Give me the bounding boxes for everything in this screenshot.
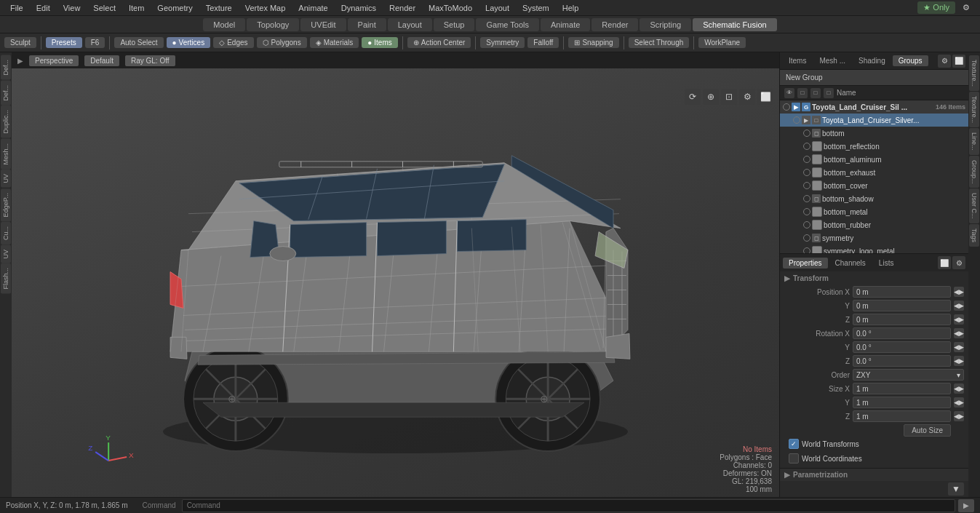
position-x-arrow[interactable]: ◀▶ bbox=[954, 287, 964, 297]
rtab-shading[interactable]: Shading bbox=[853, 55, 891, 66]
tree-item-bottom-exhaust[interactable]: bottom_exhaust bbox=[780, 166, 968, 179]
tree-item-bottom-reflection[interactable]: bottom_reflection bbox=[780, 140, 968, 153]
tab-model[interactable]: Model bbox=[203, 18, 245, 31]
menu-vertex-map[interactable]: Vertex Map bbox=[239, 2, 292, 14]
new-group-button[interactable]: New Group bbox=[780, 70, 968, 86]
vtab-flash[interactable]: Flash... bbox=[1, 263, 11, 294]
f6-btn[interactable]: F6 bbox=[85, 37, 105, 48]
size-x-value[interactable]: 1 m bbox=[853, 383, 951, 394]
viewport-canvas[interactable]: ⊕ ⊕ bbox=[12, 68, 779, 497]
position-z-arrow[interactable]: ◀▶ bbox=[954, 314, 964, 325]
materials-btn[interactable]: ◈ Materials bbox=[310, 37, 359, 48]
rvtab-texture2[interactable]: Texture... bbox=[969, 92, 979, 127]
tab-schematic[interactable]: Schematic Fusion bbox=[693, 18, 776, 31]
vtab-cu[interactable]: Cu... bbox=[1, 222, 11, 244]
rtab-groups[interactable]: Groups bbox=[893, 55, 928, 66]
position-z-value[interactable]: 0 m bbox=[853, 314, 951, 325]
rtab-items[interactable]: Items bbox=[783, 55, 812, 66]
world-coords-checkbox[interactable] bbox=[789, 453, 799, 464]
vtab-def1[interactable]: Def... bbox=[1, 55, 11, 80]
menu-edit[interactable]: Edit bbox=[31, 2, 56, 14]
falloff-btn[interactable]: Falloff bbox=[527, 37, 559, 48]
vertices-btn[interactable]: ● Vertices bbox=[167, 37, 211, 48]
menu-geometry[interactable]: Geometry bbox=[151, 2, 198, 14]
auto-select-btn[interactable]: Auto Select bbox=[114, 37, 163, 48]
snapping-btn[interactable]: ⊞ Snapping bbox=[568, 37, 618, 48]
tree-item-toyota[interactable]: ▶ □ Toyota_Land_Cruiser_Silver... bbox=[780, 114, 968, 127]
sculpt-btn[interactable]: Sculpt bbox=[4, 37, 36, 48]
menu-render[interactable]: Render bbox=[383, 2, 421, 14]
rtab-mesh[interactable]: Mesh ... bbox=[813, 55, 851, 66]
run-button[interactable]: ▶ bbox=[958, 499, 974, 512]
polygons-btn[interactable]: ⬡ Polygons bbox=[257, 37, 307, 48]
vtab-edgep[interactable]: EdgeP... bbox=[1, 188, 11, 221]
tree-eye-6[interactable] bbox=[803, 182, 810, 189]
edges-btn[interactable]: ◇ Edges bbox=[213, 37, 253, 48]
tab-scripting[interactable]: Scripting bbox=[640, 18, 691, 31]
rvtab-tags[interactable]: Tags bbox=[969, 224, 979, 247]
tree-eye-5[interactable] bbox=[803, 169, 810, 176]
rvtab-line[interactable]: Line... bbox=[969, 128, 979, 155]
tree-eye-3[interactable] bbox=[803, 143, 810, 150]
group-root[interactable]: ▶ G Toyota_Land_Cruiser_Sil ... 146 Item… bbox=[780, 100, 968, 114]
tree-item-bottom-rubber[interactable]: bottom_rubber bbox=[780, 218, 968, 231]
rvtab-userc[interactable]: User C... bbox=[969, 188, 979, 223]
tab-game-tools[interactable]: Game Tools bbox=[476, 18, 539, 31]
symmetry-btn[interactable]: Symmetry bbox=[480, 37, 525, 48]
panel-expand-icon[interactable]: ⬜ bbox=[952, 55, 965, 68]
settings-tool[interactable]: ⚙ bbox=[739, 89, 755, 105]
menu-texture[interactable]: Texture bbox=[200, 2, 238, 14]
vtab-uv2[interactable]: UV bbox=[1, 245, 11, 263]
menu-layout[interactable]: Layout bbox=[479, 2, 515, 14]
size-y-value[interactable]: 1 m bbox=[853, 397, 951, 408]
tree-eye-9[interactable] bbox=[803, 221, 810, 228]
tree-item-sym-logo[interactable]: symmetry_logo_metal bbox=[780, 244, 968, 253]
tab-render[interactable]: Render bbox=[591, 18, 638, 31]
menu-help[interactable]: Help bbox=[557, 2, 585, 14]
workplane-btn[interactable]: WorkPlane bbox=[698, 37, 746, 48]
panel-settings-icon[interactable]: ⚙ bbox=[938, 55, 951, 68]
order-select[interactable]: ZXY ▾ bbox=[853, 369, 964, 381]
size-z-arrow[interactable]: ◀▶ bbox=[954, 411, 964, 421]
tab-layout[interactable]: Layout bbox=[388, 18, 432, 31]
menu-item[interactable]: Item bbox=[123, 2, 150, 14]
tab-topology[interactable]: Topology bbox=[247, 18, 299, 31]
rotation-z-value[interactable]: 0.0 ° bbox=[853, 355, 951, 367]
tree-item-bottom-shadow[interactable]: ◻ bottom_shadow bbox=[780, 192, 968, 205]
size-z-value[interactable]: 1 m bbox=[853, 410, 951, 422]
world-transforms-checkbox[interactable]: ✓ bbox=[789, 439, 799, 449]
vtab-duplic[interactable]: Duplic... bbox=[1, 106, 11, 138]
position-x-value[interactable]: 0 m bbox=[853, 286, 951, 298]
tree-eye-11[interactable] bbox=[803, 247, 810, 253]
tree-item-bottom-aluminum[interactable]: bottom_aluminum bbox=[780, 153, 968, 166]
items-btn[interactable]: ● Items bbox=[362, 37, 398, 48]
default-btn[interactable]: Default bbox=[84, 55, 119, 66]
auto-size-button[interactable]: Auto Size bbox=[904, 424, 951, 437]
viewport[interactable]: ▶ Perspective Default Ray GL: Off bbox=[12, 52, 779, 497]
ptab-lists[interactable]: Lists bbox=[873, 258, 900, 269]
orbit-tool[interactable]: ⟳ bbox=[685, 89, 701, 105]
rotation-y-arrow[interactable]: ◀▶ bbox=[954, 342, 964, 352]
fit-tool[interactable]: ⊡ bbox=[721, 89, 737, 105]
tree-item-bottom-metal[interactable]: bottom_metal bbox=[780, 205, 968, 218]
tab-animate[interactable]: Animate bbox=[541, 18, 590, 31]
tree-eye-7[interactable] bbox=[803, 195, 810, 202]
position-y-value[interactable]: 0 m bbox=[853, 300, 951, 311]
tree-item-bottom[interactable]: ◻ bottom bbox=[780, 127, 968, 140]
tree-item-symmetry[interactable]: ◻ symmetry bbox=[780, 231, 968, 244]
group-eye[interactable] bbox=[783, 103, 790, 111]
props-expand-icon[interactable]: ⬜ bbox=[938, 256, 951, 269]
vtab-def2[interactable]: Def... bbox=[1, 81, 11, 106]
size-x-arrow[interactable]: ◀▶ bbox=[954, 383, 964, 394]
tree-eye-2[interactable] bbox=[803, 130, 810, 137]
tree-eye-1[interactable] bbox=[793, 116, 800, 124]
tree-item-bottom-cover[interactable]: bottom_cover bbox=[780, 179, 968, 192]
menu-dynamics[interactable]: Dynamics bbox=[335, 2, 382, 14]
props-settings-icon[interactable]: ⚙ bbox=[952, 256, 965, 269]
tree-eye-10[interactable] bbox=[803, 234, 810, 242]
expand-arrow-btn[interactable]: ▼ bbox=[948, 482, 964, 496]
menu-system[interactable]: System bbox=[517, 2, 555, 14]
perspective-btn[interactable]: Perspective bbox=[29, 55, 79, 66]
ray-gl-btn[interactable]: Ray GL: Off bbox=[125, 55, 175, 66]
action-center-btn[interactable]: ⊕ Action Center bbox=[407, 37, 471, 48]
